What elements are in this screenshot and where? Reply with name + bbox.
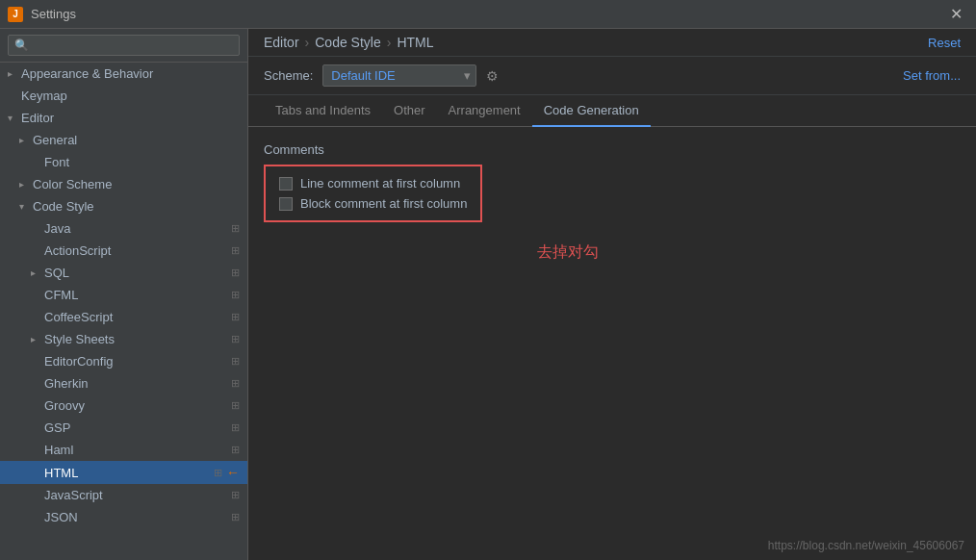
gear-icon[interactable]: ⚙	[486, 68, 499, 84]
sidebar-item-style-sheets[interactable]: ▸Style Sheets⊞	[0, 328, 247, 350]
sidebar-item-java[interactable]: Java⊞	[0, 217, 247, 240]
copy-icon-java: ⊞	[231, 222, 240, 235]
sidebar-label-groovy: Groovy	[44, 398, 85, 413]
copy-icon-actionscript: ⊞	[231, 244, 240, 257]
sidebar-item-keymap[interactable]: Keymap	[0, 85, 247, 107]
sidebar-item-color-scheme[interactable]: ▸Color Scheme	[0, 173, 247, 195]
red-arrow-html: ←	[226, 465, 240, 480]
tab-arrangement[interactable]: Arrangement	[437, 95, 532, 127]
copy-icon-html: ⊞	[214, 467, 222, 479]
title-bar: J Settings ✕	[0, 0, 976, 29]
sidebar-label-html: HTML	[44, 466, 78, 480]
scheme-row: Scheme: Default IDE ⚙ Set from...	[248, 57, 976, 95]
sidebar-label-general: General	[33, 133, 77, 147]
sidebar-item-json[interactable]: JSON⊞	[0, 506, 247, 528]
sidebar-label-font: Font	[44, 155, 69, 169]
sidebar-label-gherkin: Gherkin	[44, 376, 89, 391]
sidebar: ▸Appearance & Behavior Keymap▾Editor▸Gen…	[0, 29, 248, 560]
close-button[interactable]: ✕	[944, 3, 968, 25]
sidebar-label-editorconfig: EditorConfig	[44, 354, 114, 369]
copy-icon-cfml: ⊞	[231, 289, 240, 301]
comments-section: Comments Line comment at first column Bl…	[264, 142, 961, 222]
sidebar-item-editorconfig[interactable]: EditorConfig⊞	[0, 350, 247, 372]
nav-list: ▸Appearance & Behavior Keymap▾Editor▸Gen…	[0, 63, 247, 528]
sidebar-item-general[interactable]: ▸General	[0, 129, 247, 151]
window-title: Settings	[31, 7, 944, 21]
sidebar-label-javascript: JavaScript	[44, 488, 103, 502]
tab-code-generation[interactable]: Code Generation	[532, 95, 651, 127]
content-header: Editor › Code Style › HTML Reset	[248, 29, 976, 57]
scheme-label: Scheme:	[264, 68, 313, 83]
sidebar-item-gherkin[interactable]: Gherkin⊞	[0, 372, 247, 395]
breadcrumb-sep-1: ›	[305, 35, 310, 50]
breadcrumb-html: HTML	[397, 35, 433, 50]
copy-icon-haml: ⊞	[231, 444, 240, 456]
expand-arrow-style-sheets: ▸	[31, 334, 42, 344]
copy-icon-sql: ⊞	[231, 267, 240, 279]
sidebar-item-javascript[interactable]: JavaScript⊞	[0, 484, 247, 506]
breadcrumb: Editor › Code Style › HTML	[264, 35, 434, 50]
scheme-select[interactable]: Default IDE	[322, 64, 476, 87]
sidebar-label-gsp: GSP	[44, 420, 70, 435]
sidebar-label-style-sheets: Style Sheets	[44, 332, 115, 346]
block-comment-row[interactable]: Block comment at first column	[279, 196, 467, 211]
sidebar-item-font[interactable]: Font	[0, 151, 247, 173]
copy-icon-editorconfig: ⊞	[231, 355, 240, 368]
expand-arrow-general: ▸	[19, 135, 31, 145]
copy-icon-json: ⊞	[231, 511, 240, 523]
sidebar-label-code-style: Code Style	[33, 199, 94, 214]
breadcrumb-editor: Editor	[264, 35, 299, 50]
sidebar-label-coffeescript: CoffeeScript	[44, 310, 113, 324]
sidebar-label-actionscript: ActionScript	[44, 243, 111, 258]
expand-arrow-editor: ▾	[8, 113, 19, 123]
sidebar-item-cfml[interactable]: CFML⊞	[0, 284, 247, 306]
sidebar-item-sql[interactable]: ▸SQL⊞	[0, 262, 247, 284]
copy-icon-groovy: ⊞	[231, 399, 240, 412]
sidebar-label-appearance-behavior: Appearance & Behavior	[21, 66, 153, 81]
sidebar-label-haml: Haml	[44, 443, 73, 457]
expand-arrow-appearance-behavior: ▸	[8, 68, 19, 79]
tab-content: Comments Line comment at first column Bl…	[248, 127, 976, 560]
sidebar-label-java: Java	[44, 221, 70, 236]
sidebar-label-editor: Editor	[21, 111, 54, 125]
sidebar-item-haml[interactable]: Haml⊞	[0, 439, 247, 461]
sidebar-item-actionscript[interactable]: ActionScript⊞	[0, 240, 247, 262]
sidebar-label-json: JSON	[44, 510, 78, 524]
sidebar-label-keymap: Keymap	[21, 89, 67, 103]
sidebar-label-sql: SQL	[44, 266, 69, 280]
tabs-bar: Tabs and Indents Other Arrangement Code …	[248, 95, 976, 127]
annotation-text: 去掉对勾	[537, 242, 599, 263]
copy-icon-style-sheets: ⊞	[231, 333, 240, 345]
expand-arrow-sql: ▸	[31, 267, 42, 278]
block-comment-checkbox[interactable]	[279, 197, 293, 211]
breadcrumb-code-style: Code Style	[315, 35, 380, 50]
scheme-select-wrapper: Default IDE	[322, 64, 476, 87]
breadcrumb-sep-2: ›	[387, 35, 392, 50]
sidebar-item-groovy[interactable]: Groovy⊞	[0, 395, 247, 417]
line-comment-row[interactable]: Line comment at first column	[279, 176, 467, 191]
sidebar-item-editor[interactable]: ▾Editor	[0, 107, 247, 129]
sidebar-label-cfml: CFML	[44, 288, 78, 302]
tab-other[interactable]: Other	[382, 95, 437, 127]
reset-button[interactable]: Reset	[928, 36, 961, 50]
content-area: Editor › Code Style › HTML Reset Scheme:…	[248, 29, 976, 560]
search-input[interactable]	[8, 35, 240, 56]
set-from-link[interactable]: Set from...	[903, 68, 961, 83]
sidebar-item-html[interactable]: HTML⊞←	[0, 461, 247, 484]
line-comment-label: Line comment at first column	[300, 176, 460, 191]
tab-tabs-and-indents[interactable]: Tabs and Indents	[264, 95, 382, 127]
sidebar-item-gsp[interactable]: GSP⊞	[0, 417, 247, 439]
block-comment-label: Block comment at first column	[300, 196, 467, 211]
comments-section-title: Comments	[264, 142, 961, 157]
sidebar-item-appearance-behavior[interactable]: ▸Appearance & Behavior	[0, 63, 247, 85]
main-layout: ▸Appearance & Behavior Keymap▾Editor▸Gen…	[0, 29, 976, 560]
sidebar-item-coffeescript[interactable]: CoffeeScript⊞	[0, 306, 247, 328]
app-icon: J	[8, 7, 23, 22]
copy-icon-coffeescript: ⊞	[231, 311, 240, 323]
search-box	[0, 29, 247, 63]
sidebar-item-code-style[interactable]: ▾Code Style	[0, 195, 247, 217]
expand-arrow-code-style: ▾	[19, 201, 31, 212]
line-comment-checkbox[interactable]	[279, 177, 293, 191]
url-footer: https://blog.csdn.net/weixin_45606067	[768, 539, 964, 552]
copy-icon-javascript: ⊞	[231, 489, 240, 501]
